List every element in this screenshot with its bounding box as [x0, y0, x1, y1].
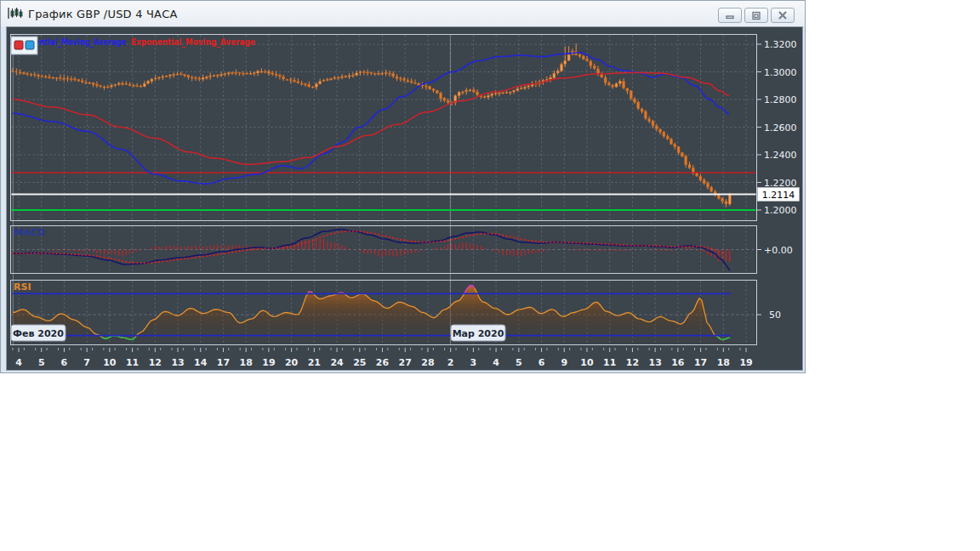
series-toggle-box — [11, 37, 37, 54]
macd-indicator — [12, 230, 731, 270]
month-tag-feb[interactable]: Фев 2020 — [11, 325, 66, 341]
maximize-icon — [750, 11, 762, 20]
window-title: График GBP /USD 4 ЧАСА — [28, 8, 178, 20]
svg-text:9: 9 — [561, 357, 567, 368]
svg-text:4: 4 — [493, 357, 499, 368]
svg-text:6: 6 — [538, 357, 545, 368]
svg-text:16: 16 — [671, 357, 685, 368]
svg-text:21: 21 — [308, 357, 321, 368]
svg-text:27: 27 — [399, 357, 412, 368]
candlestick-chart-icon — [8, 7, 23, 20]
svg-text:28: 28 — [421, 357, 434, 368]
grid-lines — [12, 36, 756, 345]
svg-text:13: 13 — [171, 357, 184, 368]
svg-text:2: 2 — [447, 357, 454, 368]
svg-text:26: 26 — [376, 357, 390, 368]
price-axis[interactable]: 1.32001.30001.28001.26001.24001.22001.20… — [757, 39, 797, 315]
svg-text:11: 11 — [126, 357, 139, 368]
month-tag-mar[interactable]: Мар 2020 — [451, 325, 505, 341]
svg-text:5: 5 — [516, 357, 522, 368]
svg-text:25: 25 — [353, 357, 366, 368]
svg-text:1.3000: 1.3000 — [764, 67, 797, 78]
svg-text:24: 24 — [330, 357, 344, 368]
svg-text:20: 20 — [285, 357, 299, 368]
svg-text:19: 19 — [262, 357, 275, 368]
svg-text:17: 17 — [217, 357, 230, 368]
svg-text:1.2400: 1.2400 — [764, 150, 797, 161]
rsi-label: RSI — [14, 281, 31, 293]
svg-text:12: 12 — [626, 357, 639, 368]
svg-text:11: 11 — [603, 357, 616, 368]
month-tag-mar-label: Мар 2020 — [453, 328, 504, 339]
svg-text:1.2000: 1.2000 — [764, 205, 797, 216]
macd-zero-value: +0.00 — [764, 245, 793, 256]
svg-text:1.2800: 1.2800 — [764, 94, 797, 105]
minimize-icon — [724, 11, 736, 20]
svg-text:7: 7 — [83, 357, 90, 368]
maximize-button[interactable] — [744, 8, 768, 23]
date-axis[interactable]: 4567101112131417181920212425262728234569… — [13, 348, 753, 368]
svg-text:1.3200: 1.3200 — [764, 39, 797, 50]
blue-series-toggle-button[interactable] — [26, 41, 34, 49]
horizontal-level-lines — [12, 173, 756, 210]
close-icon — [778, 11, 788, 20]
svg-text:3: 3 — [470, 357, 477, 368]
desktop: { "window": { "title": "График GBP /USD … — [0, 0, 980, 551]
chart-client-area: 1.32001.30001.28001.26001.24001.22001.20… — [6, 26, 803, 371]
legend-ema-slow-label: Exponential_Moving_Average — [131, 37, 255, 48]
svg-text:10: 10 — [103, 357, 117, 368]
chart-window: График GBP /USD 4 ЧАСА — [0, 0, 806, 373]
panel-borders — [11, 35, 757, 345]
current-price-value: 1.2114 — [762, 190, 795, 201]
svg-text:6: 6 — [61, 357, 68, 368]
price-chart[interactable]: 1.32001.30001.28001.26001.24001.22001.20… — [7, 27, 802, 370]
svg-text:19: 19 — [739, 357, 752, 368]
svg-text:4: 4 — [15, 357, 22, 368]
svg-text:18: 18 — [717, 357, 730, 368]
svg-text:17: 17 — [694, 357, 707, 368]
svg-text:14: 14 — [194, 357, 208, 368]
svg-text:1.2600: 1.2600 — [764, 122, 797, 133]
svg-text:13: 13 — [649, 357, 662, 368]
close-button[interactable] — [771, 8, 795, 23]
svg-text:10: 10 — [580, 357, 594, 368]
svg-text:12: 12 — [149, 357, 162, 368]
svg-text:18: 18 — [240, 357, 253, 368]
current-price-tag: 1.2114 — [758, 188, 800, 202]
red-series-toggle-button[interactable] — [14, 41, 23, 49]
title-bar[interactable]: График GBP /USD 4 ЧАСА — [1, 1, 805, 26]
minimize-button[interactable] — [718, 8, 742, 23]
svg-text:1.2200: 1.2200 — [764, 178, 797, 189]
month-tag-feb-label: Фев 2020 — [13, 328, 64, 339]
rsi-mid-value: 50 — [769, 310, 781, 321]
svg-text:5: 5 — [38, 357, 45, 368]
macd-label: MACD — [14, 227, 45, 238]
